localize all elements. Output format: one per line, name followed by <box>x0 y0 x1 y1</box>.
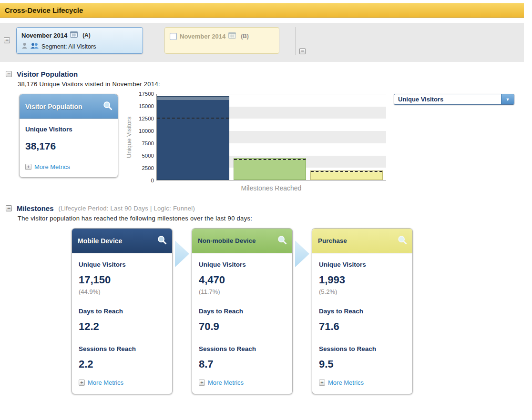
funnel-arrow-icon <box>175 240 189 267</box>
visitor-population-subtitle: 38,176 Unique Visitors visited in Novemb… <box>18 80 532 88</box>
metric-label: Unique Visitors <box>79 261 165 268</box>
milestones-chart: Unique Visitors 025005000750010000125001… <box>124 94 386 192</box>
collapse-visitor-population-button[interactable]: − <box>6 71 12 77</box>
series-b-date[interactable]: November 2014 <box>180 33 225 40</box>
segment-label: Segment: All Visitors <box>41 43 96 50</box>
bar-mobile-device[interactable] <box>157 96 229 180</box>
page-title: Cross-Device Lifecycle <box>5 6 83 14</box>
metric-label: Unique Visitors <box>319 261 406 268</box>
card-header: Mobile Device <box>72 229 172 253</box>
magnifier-icon[interactable] <box>157 235 167 247</box>
metric-value: 17,150 <box>79 274 165 286</box>
series-a-date[interactable]: November 2014 <box>21 32 67 39</box>
milestone-card-non-mobile-device: Non-mobile Device Unique Visitors 4,470 … <box>192 228 293 394</box>
chart-bar-group <box>234 94 306 180</box>
metric-label: Sessions to Reach <box>319 345 406 352</box>
chevron-down-icon[interactable]: ▼ <box>501 94 514 104</box>
comparison-dash-line <box>157 118 229 119</box>
metric-percent: (44.9%) <box>79 288 165 295</box>
magnifier-icon[interactable] <box>277 235 287 247</box>
metric-dropdown-value: Unique Visitors <box>394 96 443 103</box>
calendar-icon[interactable] <box>228 32 236 40</box>
collapse-comparison-button[interactable]: − <box>299 48 306 54</box>
visitor-group-icon <box>30 42 39 51</box>
y-tick-label: 5000 <box>142 153 154 159</box>
expand-icon[interactable]: + <box>319 380 325 386</box>
card-header: Purchase <box>312 229 412 253</box>
y-tick-label: 2500 <box>142 165 154 171</box>
bar-non-mobile-device[interactable] <box>234 158 306 180</box>
collapse-toolbar-button[interactable]: − <box>4 37 10 43</box>
metric-value: 12.2 <box>79 320 165 333</box>
series-a-marker: (A) <box>82 32 91 39</box>
card-header: Non-mobile Device <box>192 229 292 253</box>
card-title: Mobile Device <box>78 237 122 245</box>
chart-y-axis-label: Unique Visitors <box>124 94 133 180</box>
y-tick-label: 15000 <box>139 103 154 109</box>
metric-label: Sessions to Reach <box>79 345 165 352</box>
single-visitor-icon <box>21 42 28 51</box>
metric-value: 71.6 <box>319 320 406 333</box>
comparison-dash-line <box>311 171 382 172</box>
metric-value: 8.7 <box>199 358 286 370</box>
metric-value: 38,176 <box>25 140 112 152</box>
calendar-icon[interactable] <box>70 31 78 40</box>
metric-label: Sessions to Reach <box>199 345 286 352</box>
magnifier-icon[interactable] <box>102 100 113 113</box>
expand-icon[interactable]: + <box>79 380 85 386</box>
expand-icon[interactable]: + <box>199 380 205 386</box>
y-tick-label: 12500 <box>139 116 154 121</box>
period-toolbar: − November 2014 (A) <box>0 23 524 62</box>
visitor-population-section: − Visitor Population 38,176 Unique Visit… <box>0 70 532 192</box>
metric-label: Unique Visitors <box>199 261 286 268</box>
comparison-dash-line <box>234 159 306 160</box>
chart-plot <box>156 94 386 180</box>
y-tick-label: 17500 <box>139 91 154 97</box>
visitor-population-card: Visitor Population Unique Visitors 38,17… <box>19 94 118 178</box>
milestones-section: − Milestones (Lifecycle Period: Last 90 … <box>0 204 532 394</box>
card-title: Non-mobile Device <box>198 237 256 244</box>
toolbar-divider <box>296 27 296 55</box>
more-metrics-link[interactable]: + More Metrics <box>79 379 165 386</box>
metric-percent: (11.7%) <box>199 288 286 295</box>
chart-x-axis-label: Milestones Reached <box>156 184 386 192</box>
metric-percent: (5.2%) <box>319 288 406 295</box>
card-title: Visitor Population <box>25 103 82 110</box>
series-b-checkbox[interactable] <box>170 33 177 40</box>
metric-value: 70.9 <box>199 320 286 333</box>
report-header: Cross-Device Lifecycle <box>0 3 524 18</box>
metric-dropdown[interactable]: Unique Visitors ▼ <box>394 94 514 105</box>
metric-value: 2.2 <box>79 358 165 370</box>
metric-label: Days to Reach <box>199 308 286 315</box>
collapse-milestones-button[interactable]: − <box>6 205 12 211</box>
section-title: Visitor Population <box>17 70 78 78</box>
milestone-card-mobile-device: Mobile Device Unique Visitors 17,150 (44… <box>72 228 173 394</box>
metric-value: 9.5 <box>319 358 406 370</box>
page: Cross-Device Lifecycle − November 2014 <box>0 3 532 420</box>
milestones-description: The visitor population has reached the f… <box>18 215 532 222</box>
milestone-card-purchase: Purchase Unique Visitors 1,993 (5.2%) Da… <box>312 228 413 394</box>
chart-bar-group <box>310 94 383 180</box>
magnifier-icon[interactable] <box>397 235 408 247</box>
metric-label: Days to Reach <box>319 308 406 315</box>
chart-bar-group <box>157 94 229 180</box>
expand-icon[interactable]: + <box>25 164 31 170</box>
card-title: Purchase <box>318 237 347 244</box>
more-metrics-link[interactable]: + More Metrics <box>25 163 112 170</box>
more-metrics-link[interactable]: + More Metrics <box>199 379 286 386</box>
more-metrics-link[interactable]: + More Metrics <box>319 379 406 386</box>
metric-value: 1,993 <box>319 274 406 286</box>
section-title: Milestones <box>17 204 54 212</box>
card-header: Visitor Population <box>20 94 118 119</box>
funnel-arrow-icon <box>295 240 309 267</box>
y-tick-label: 10000 <box>139 128 154 134</box>
series-b-marker: (B) <box>241 33 249 40</box>
y-tick-label: 7500 <box>142 140 154 146</box>
metric-value: 4,470 <box>199 274 286 286</box>
milestones-meta: (Lifecycle Period: Last 90 Days | Logic:… <box>59 205 195 212</box>
metric-label: Days to Reach <box>79 308 165 315</box>
y-tick-label: 0 <box>151 178 154 183</box>
metric-label: Unique Visitors <box>25 126 112 133</box>
series-b-selector[interactable]: November 2014 (B) <box>164 27 279 54</box>
series-a-selector[interactable]: November 2014 (A) <box>16 27 143 54</box>
